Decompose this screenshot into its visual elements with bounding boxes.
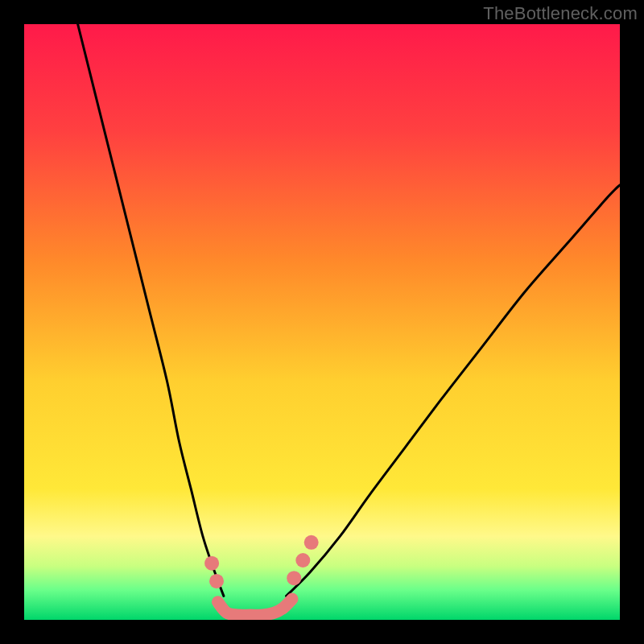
marker-dot [204, 556, 219, 571]
marker-dot [304, 535, 319, 550]
watermark-text: TheBottleneck.com [483, 3, 638, 24]
chart-frame: TheBottleneck.com [0, 0, 644, 644]
plot-svg [24, 24, 620, 620]
marker-dot [287, 571, 301, 585]
plot-area [24, 24, 620, 620]
marker-dot [209, 574, 224, 588]
marker-dot [295, 553, 310, 568]
gradient-background [24, 24, 620, 620]
